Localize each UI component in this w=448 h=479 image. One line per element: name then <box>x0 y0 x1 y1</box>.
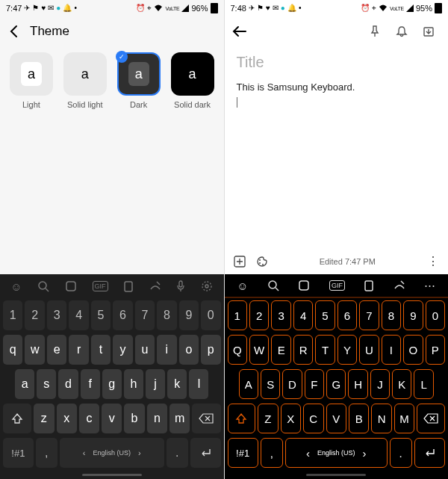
clipboard-icon[interactable] <box>364 279 374 291</box>
key-Q[interactable]: Q <box>228 335 247 365</box>
key-9[interactable]: 9 <box>403 300 423 330</box>
key-a[interactable]: a <box>15 369 34 399</box>
key-o[interactable]: o <box>179 335 199 365</box>
key-1[interactable]: 1 <box>3 300 22 330</box>
handwrite-icon[interactable] <box>393 279 405 291</box>
emoji-icon[interactable]: ☺ <box>237 279 248 292</box>
key-J[interactable]: J <box>370 369 390 399</box>
key-P[interactable]: P <box>426 335 445 365</box>
note-editor[interactable]: Title This is Samsung Keyboard. <box>225 46 449 250</box>
key-0[interactable]: 0 <box>426 300 445 330</box>
mic-icon[interactable] <box>176 280 185 292</box>
key-K[interactable]: K <box>392 369 411 399</box>
key-I[interactable]: I <box>382 335 401 365</box>
emoji-icon[interactable]: ☺ <box>10 280 22 293</box>
theme-option-solid-light[interactable]: a Solid light <box>58 52 112 109</box>
key-O[interactable]: O <box>403 335 423 365</box>
key-8[interactable]: 8 <box>157 300 176 330</box>
enter-key[interactable] <box>190 438 221 468</box>
key-x[interactable]: x <box>57 404 77 433</box>
key-L[interactable]: L <box>414 369 433 399</box>
pin-icon[interactable] <box>369 25 387 37</box>
more-icon[interactable]: ⋮ <box>427 254 439 268</box>
backspace-key[interactable] <box>417 404 445 433</box>
key-R[interactable]: R <box>293 335 313 365</box>
key-H[interactable]: H <box>348 369 367 399</box>
key-D[interactable]: D <box>282 369 302 399</box>
key-E[interactable]: E <box>271 335 290 365</box>
theme-option-solid-dark[interactable]: a Solid dark <box>166 52 220 109</box>
theme-option-dark[interactable]: ✓ a Dark <box>112 52 166 109</box>
key-j[interactable]: j <box>146 369 165 399</box>
key-S[interactable]: S <box>261 369 280 399</box>
key-z[interactable]: z <box>34 404 54 433</box>
key-Y[interactable]: Y <box>337 335 357 365</box>
key-w[interactable]: w <box>25 335 44 365</box>
key-l[interactable]: l <box>189 369 208 399</box>
gif-icon[interactable]: GIF <box>93 281 108 291</box>
key-r[interactable]: r <box>69 335 88 365</box>
shift-key[interactable] <box>228 404 256 433</box>
key-u[interactable]: u <box>135 335 155 365</box>
key-8[interactable]: 8 <box>382 300 401 330</box>
back-button[interactable] <box>232 25 247 37</box>
period-key[interactable]: . <box>390 438 412 468</box>
shift-key[interactable] <box>3 404 31 433</box>
key-f[interactable]: f <box>81 369 100 399</box>
key-q[interactable]: q <box>3 335 22 365</box>
clipboard-icon[interactable] <box>123 280 134 292</box>
key-4[interactable]: 4 <box>293 300 313 330</box>
key-4[interactable]: 4 <box>69 300 88 330</box>
key-k[interactable]: k <box>167 369 187 399</box>
key-7[interactable]: 7 <box>359 300 379 330</box>
key-M[interactable]: M <box>394 404 414 433</box>
more-icon[interactable]: ⋯ <box>424 279 435 292</box>
key-7[interactable]: 7 <box>135 300 155 330</box>
gif-icon[interactable]: GIF <box>329 280 345 291</box>
key-y[interactable]: y <box>113 335 132 365</box>
note-body[interactable]: This is Samsung Keyboard. <box>237 80 437 109</box>
back-button[interactable] <box>7 25 21 38</box>
key-9[interactable]: 9 <box>179 300 199 330</box>
period-key[interactable]: . <box>167 438 188 468</box>
key-i[interactable]: i <box>157 335 176 365</box>
comma-key[interactable]: , <box>261 438 283 468</box>
key-3[interactable]: 3 <box>271 300 290 330</box>
key-6[interactable]: 6 <box>113 300 132 330</box>
palette-icon[interactable] <box>256 256 268 268</box>
key-U[interactable]: U <box>359 335 379 365</box>
key-p[interactable]: p <box>201 335 220 365</box>
key-n[interactable]: n <box>147 404 167 433</box>
key-0[interactable]: 0 <box>201 300 220 330</box>
save-icon[interactable] <box>423 25 441 37</box>
sticker-icon[interactable] <box>65 280 77 292</box>
space-key[interactable]: ‹ English (US) › <box>285 438 388 468</box>
key-2[interactable]: 2 <box>249 300 269 330</box>
search-icon[interactable] <box>267 279 279 291</box>
key-e[interactable]: e <box>47 335 66 365</box>
key-c[interactable]: c <box>79 404 99 433</box>
settings-icon[interactable] <box>201 280 213 292</box>
key-t[interactable]: t <box>91 335 111 365</box>
key-5[interactable]: 5 <box>315 300 335 330</box>
key-m[interactable]: m <box>169 404 190 433</box>
key-B[interactable]: B <box>349 404 369 433</box>
sticker-icon[interactable] <box>298 279 310 291</box>
key-F[interactable]: F <box>305 369 324 399</box>
key-6[interactable]: 6 <box>337 300 357 330</box>
key-2[interactable]: 2 <box>25 300 44 330</box>
theme-option-light[interactable]: a Light <box>4 52 58 109</box>
handwrite-icon[interactable] <box>149 280 161 292</box>
key-g[interactable]: g <box>102 369 122 399</box>
space-key[interactable]: ‹ English (US) › <box>60 438 164 468</box>
backspace-key[interactable] <box>192 404 220 433</box>
key-b[interactable]: b <box>124 404 144 433</box>
key-X[interactable]: X <box>281 404 301 433</box>
key-C[interactable]: C <box>303 404 323 433</box>
note-title-placeholder[interactable]: Title <box>237 54 437 71</box>
key-1[interactable]: 1 <box>228 300 247 330</box>
key-T[interactable]: T <box>315 335 335 365</box>
key-V[interactable]: V <box>326 404 346 433</box>
key-v[interactable]: v <box>102 404 122 433</box>
key-N[interactable]: N <box>371 404 391 433</box>
